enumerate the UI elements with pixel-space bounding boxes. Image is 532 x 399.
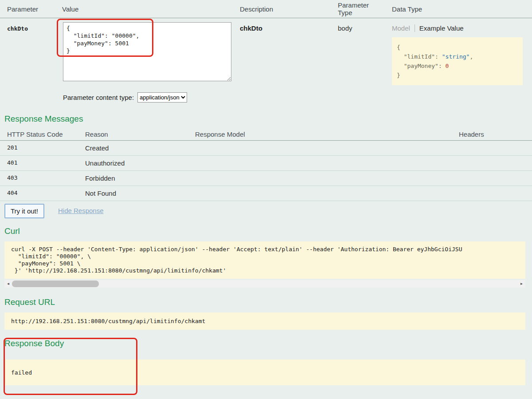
swagger-operation-panel: Parameter Value Description Parameter Ty… [0, 0, 532, 399]
col-header-description: Description [240, 4, 338, 14]
headers-cell [452, 141, 532, 155]
content-type-row: Parameter content type: application/json [63, 92, 532, 103]
col-header-http-status: HTTP Status Code [0, 128, 78, 140]
parameters-table-header: Parameter Value Description Parameter Ty… [0, 0, 532, 18]
parameter-name: chkDto [0, 18, 62, 85]
hide-response-link[interactable]: Hide Response [58, 207, 104, 214]
data-type-cell: Model Example Value { "limitId": "string… [392, 18, 532, 85]
headers-cell [452, 171, 532, 186]
scroll-left-icon[interactable]: ◄ [4, 280, 12, 288]
col-header-response-model: Response Model [188, 128, 452, 140]
curl-line: "payMoney": 5001 \ [11, 260, 81, 267]
response-model-cell [188, 186, 452, 201]
response-body-box: failed [4, 359, 525, 385]
scroll-right-icon[interactable]: ► [518, 280, 525, 288]
curl-line: curl -X POST --header 'Content-Type: app… [11, 246, 462, 253]
table-row: 401 Unauthorized [0, 156, 532, 171]
response-model-cell [188, 156, 452, 170]
try-it-out-button[interactable]: Try it out! [4, 204, 44, 218]
col-header-parameter-type: Parameter Type [338, 0, 392, 18]
example-value-box: { "limitId": "string", "payMoney": 0 } [392, 37, 523, 85]
response-model-cell [188, 171, 452, 186]
headers-cell [452, 156, 532, 170]
col-header-value: Value [62, 4, 240, 14]
status-reason: Unauthorized [78, 156, 188, 170]
example-json-line: { [397, 43, 518, 52]
response-messages-title: Response Messages [4, 114, 532, 124]
col-header-headers: Headers [452, 128, 532, 140]
table-row: 201 Created [0, 141, 532, 156]
status-reason: Forbidden [78, 171, 188, 186]
response-body-title: Response Body [4, 339, 532, 348]
status-reason: Not Found [78, 186, 188, 201]
horizontal-scrollbar[interactable]: ◄ ► [4, 280, 525, 288]
parameter-row: chkDto { "limitId": "00000", "payMoney":… [0, 18, 532, 85]
tab-model[interactable]: Model [392, 24, 415, 32]
table-row: 403 Forbidden [0, 171, 532, 186]
try-it-out-row: Try it out! Hide Response [4, 204, 532, 218]
status-reason: Created [78, 141, 188, 155]
example-json-line: } [397, 71, 518, 80]
parameter-value-cell: { "limitId": "00000", "payMoney": 5001 } [62, 18, 240, 85]
request-url-title: Request URL [4, 297, 532, 307]
example-json-line: "payMoney": 0 [397, 61, 518, 71]
table-row: 404 Not Found [0, 186, 532, 201]
status-code: 404 [0, 186, 78, 201]
response-messages-table: HTTP Status Code Reason Response Model H… [0, 128, 532, 201]
example-json-line: "limitId": "string", [397, 52, 518, 61]
content-type-label: Parameter content type: [63, 94, 134, 101]
curl-command-box: curl -X POST --header 'Content-Type: app… [4, 241, 525, 279]
curl-title: Curl [4, 226, 532, 236]
curl-line: }' 'http://192.168.251.151:8080/custmng/… [11, 267, 226, 274]
tab-example-value[interactable]: Example Value [415, 24, 464, 32]
status-code: 401 [0, 156, 78, 170]
scrollbar-track[interactable] [12, 280, 518, 288]
scrollbar-thumb[interactable] [12, 280, 99, 287]
status-code: 403 [0, 171, 78, 186]
response-model-cell [188, 141, 452, 155]
col-header-data-type: Data Type [392, 4, 532, 14]
curl-line: "limitId": "00000", \ [11, 253, 91, 260]
request-url-box: http://192.168.251.151:8080/custmng/api/… [4, 312, 525, 330]
parameter-type-value: body [338, 18, 392, 85]
parameter-description: chkDto [240, 18, 338, 85]
headers-cell [452, 186, 532, 201]
data-type-tabs: Model Example Value [392, 24, 532, 32]
parameter-value-textarea[interactable]: { "limitId": "00000", "payMoney": 5001 } [63, 22, 231, 81]
col-header-reason: Reason [78, 128, 188, 140]
content-type-select[interactable]: application/json [137, 92, 187, 103]
col-header-parameter: Parameter [0, 4, 62, 14]
response-messages-header: HTTP Status Code Reason Response Model H… [0, 128, 532, 141]
status-code: 201 [0, 141, 78, 155]
